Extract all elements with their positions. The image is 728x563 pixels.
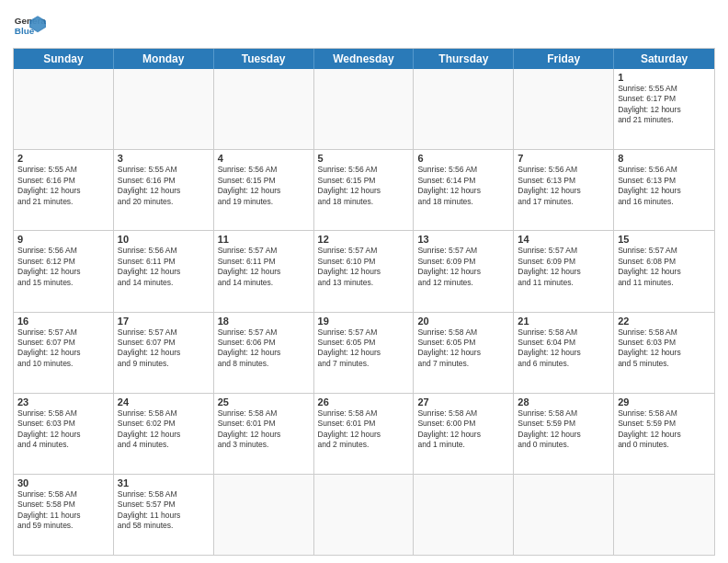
day-info: Sunrise: 5:57 AM Sunset: 6:07 PM Dayligh… — [17, 327, 109, 370]
day-number: 27 — [417, 396, 509, 408]
day-info: Sunrise: 5:56 AM Sunset: 6:11 PM Dayligh… — [118, 246, 210, 288]
calendar-cell: 1Sunrise: 5:55 AM Sunset: 6:17 PM Daylig… — [614, 69, 714, 149]
calendar-cell: 12Sunrise: 5:57 AM Sunset: 6:10 PM Dayli… — [314, 231, 415, 311]
calendar-cell — [514, 69, 614, 149]
day-number: 29 — [618, 396, 711, 408]
day-number: 5 — [318, 153, 410, 164]
calendar-cell — [114, 69, 214, 149]
calendar-cell: 20Sunrise: 5:58 AM Sunset: 6:05 PM Dayli… — [414, 313, 514, 393]
day-info: Sunrise: 5:55 AM Sunset: 6:17 PM Dayligh… — [618, 84, 711, 126]
calendar-body: 1Sunrise: 5:55 AM Sunset: 6:17 PM Daylig… — [14, 69, 714, 555]
calendar-cell: 4Sunrise: 5:56 AM Sunset: 6:15 PM Daylig… — [214, 150, 314, 230]
day-number: 16 — [17, 316, 109, 327]
calendar-row-2: 9Sunrise: 5:56 AM Sunset: 6:12 PM Daylig… — [14, 230, 714, 311]
day-number: 2 — [17, 153, 109, 164]
day-info: Sunrise: 5:58 AM Sunset: 6:02 PM Dayligh… — [118, 408, 210, 451]
day-info: Sunrise: 5:56 AM Sunset: 6:12 PM Dayligh… — [17, 246, 109, 288]
day-info: Sunrise: 5:58 AM Sunset: 6:03 PM Dayligh… — [17, 408, 109, 451]
day-info: Sunrise: 5:58 AM Sunset: 6:01 PM Dayligh… — [218, 408, 310, 451]
calendar-cell — [614, 475, 714, 555]
calendar-cell: 24Sunrise: 5:58 AM Sunset: 6:02 PM Dayli… — [114, 394, 214, 474]
weekday-header-tuesday: Tuesday — [214, 49, 314, 69]
calendar-cell — [514, 475, 614, 555]
calendar-cell: 26Sunrise: 5:58 AM Sunset: 6:01 PM Dayli… — [314, 394, 415, 474]
day-info: Sunrise: 5:56 AM Sunset: 6:15 PM Dayligh… — [218, 165, 310, 207]
day-info: Sunrise: 5:58 AM Sunset: 6:05 PM Dayligh… — [417, 327, 509, 370]
weekday-header-friday: Friday — [514, 49, 614, 69]
day-number: 23 — [17, 396, 109, 408]
day-info: Sunrise: 5:57 AM Sunset: 6:09 PM Dayligh… — [518, 246, 609, 288]
weekday-header-saturday: Saturday — [614, 49, 714, 69]
day-info: Sunrise: 5:58 AM Sunset: 5:58 PM Dayligh… — [17, 489, 109, 532]
day-number: 25 — [218, 396, 310, 408]
day-info: Sunrise: 5:58 AM Sunset: 6:01 PM Dayligh… — [318, 408, 410, 451]
day-number: 17 — [118, 316, 210, 327]
calendar-header: SundayMondayTuesdayWednesdayThursdayFrid… — [14, 49, 714, 69]
day-number: 21 — [518, 316, 609, 327]
calendar-row-5: 30Sunrise: 5:58 AM Sunset: 5:58 PM Dayli… — [14, 474, 714, 555]
calendar-cell — [414, 475, 514, 555]
calendar-row-0: 1Sunrise: 5:55 AM Sunset: 6:17 PM Daylig… — [14, 69, 714, 149]
weekday-header-sunday: Sunday — [14, 49, 114, 69]
day-info: Sunrise: 5:58 AM Sunset: 5:59 PM Dayligh… — [518, 408, 609, 451]
day-number: 12 — [318, 234, 410, 245]
calendar-cell: 5Sunrise: 5:56 AM Sunset: 6:15 PM Daylig… — [314, 150, 415, 230]
day-number: 30 — [17, 477, 109, 488]
calendar: SundayMondayTuesdayWednesdayThursdayFrid… — [13, 48, 715, 556]
day-info: Sunrise: 5:58 AM Sunset: 5:59 PM Dayligh… — [618, 408, 711, 451]
calendar-cell: 16Sunrise: 5:57 AM Sunset: 6:07 PM Dayli… — [14, 313, 114, 393]
day-number: 4 — [218, 153, 310, 164]
day-info: Sunrise: 5:56 AM Sunset: 6:13 PM Dayligh… — [518, 165, 609, 207]
day-number: 14 — [518, 234, 609, 245]
day-number: 20 — [417, 316, 509, 327]
day-info: Sunrise: 5:58 AM Sunset: 5:57 PM Dayligh… — [118, 489, 210, 532]
day-info: Sunrise: 5:58 AM Sunset: 6:00 PM Dayligh… — [417, 408, 509, 451]
calendar-cell: 13Sunrise: 5:57 AM Sunset: 6:09 PM Dayli… — [414, 231, 514, 311]
day-info: Sunrise: 5:56 AM Sunset: 6:13 PM Dayligh… — [618, 165, 711, 207]
weekday-header-monday: Monday — [114, 49, 214, 69]
calendar-cell — [14, 69, 114, 149]
calendar-cell: 21Sunrise: 5:58 AM Sunset: 6:04 PM Dayli… — [514, 313, 614, 393]
day-number: 9 — [17, 234, 109, 245]
calendar-cell: 15Sunrise: 5:57 AM Sunset: 6:08 PM Dayli… — [614, 231, 714, 311]
calendar-cell: 2Sunrise: 5:55 AM Sunset: 6:16 PM Daylig… — [14, 150, 114, 230]
calendar-cell: 3Sunrise: 5:55 AM Sunset: 6:16 PM Daylig… — [114, 150, 214, 230]
weekday-header-thursday: Thursday — [414, 49, 514, 69]
day-info: Sunrise: 5:56 AM Sunset: 6:14 PM Dayligh… — [417, 165, 509, 207]
calendar-cell: 22Sunrise: 5:58 AM Sunset: 6:03 PM Dayli… — [614, 313, 714, 393]
generalblue-logo-icon: General Blue — [13, 9, 46, 42]
day-number: 1 — [618, 72, 711, 83]
calendar-cell: 14Sunrise: 5:57 AM Sunset: 6:09 PM Dayli… — [514, 231, 614, 311]
day-number: 10 — [118, 234, 210, 245]
day-info: Sunrise: 5:55 AM Sunset: 6:16 PM Dayligh… — [118, 165, 210, 207]
calendar-row-3: 16Sunrise: 5:57 AM Sunset: 6:07 PM Dayli… — [14, 312, 714, 393]
day-number: 22 — [618, 316, 711, 327]
calendar-cell: 23Sunrise: 5:58 AM Sunset: 6:03 PM Dayli… — [14, 394, 114, 474]
calendar-cell — [314, 475, 415, 555]
day-number: 15 — [618, 234, 711, 245]
calendar-cell: 9Sunrise: 5:56 AM Sunset: 6:12 PM Daylig… — [14, 231, 114, 311]
day-number: 19 — [318, 316, 410, 327]
day-info: Sunrise: 5:57 AM Sunset: 6:06 PM Dayligh… — [218, 327, 310, 370]
calendar-cell — [414, 69, 514, 149]
day-number: 18 — [218, 316, 310, 327]
day-number: 13 — [417, 234, 509, 245]
day-info: Sunrise: 5:58 AM Sunset: 6:03 PM Dayligh… — [618, 327, 711, 370]
day-number: 28 — [518, 396, 609, 408]
day-info: Sunrise: 5:55 AM Sunset: 6:16 PM Dayligh… — [17, 165, 109, 207]
calendar-cell: 7Sunrise: 5:56 AM Sunset: 6:13 PM Daylig… — [514, 150, 614, 230]
weekday-header-wednesday: Wednesday — [314, 49, 415, 69]
calendar-cell: 19Sunrise: 5:57 AM Sunset: 6:05 PM Dayli… — [314, 313, 415, 393]
day-info: Sunrise: 5:57 AM Sunset: 6:07 PM Dayligh… — [118, 327, 210, 370]
day-info: Sunrise: 5:57 AM Sunset: 6:05 PM Dayligh… — [318, 327, 410, 370]
calendar-cell: 27Sunrise: 5:58 AM Sunset: 6:00 PM Dayli… — [414, 394, 514, 474]
day-number: 3 — [118, 153, 210, 164]
day-info: Sunrise: 5:57 AM Sunset: 6:10 PM Dayligh… — [318, 246, 410, 288]
calendar-cell: 17Sunrise: 5:57 AM Sunset: 6:07 PM Dayli… — [114, 313, 214, 393]
calendar-row-4: 23Sunrise: 5:58 AM Sunset: 6:03 PM Dayli… — [14, 393, 714, 474]
day-number: 24 — [118, 396, 210, 408]
page-header: General Blue — [13, 9, 715, 42]
day-info: Sunrise: 5:57 AM Sunset: 6:11 PM Dayligh… — [218, 246, 310, 288]
calendar-cell: 31Sunrise: 5:58 AM Sunset: 5:57 PM Dayli… — [114, 475, 214, 555]
day-number: 7 — [518, 153, 609, 164]
